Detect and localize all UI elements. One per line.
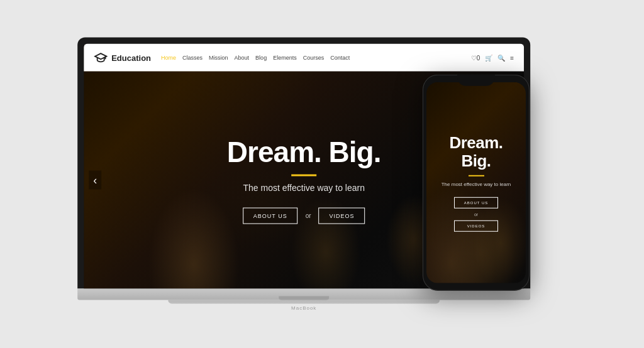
carousel-prev-arrow[interactable]: ‹ — [89, 171, 101, 190]
phone-about-us-button[interactable]: ABOUT US — [454, 197, 498, 208]
nav-link-home[interactable]: Home — [161, 55, 176, 61]
menu-icon[interactable]: ≡ — [510, 54, 514, 61]
logo-icon — [94, 51, 108, 65]
phone-frame: Dream. Big. The most effective way to le… — [423, 75, 530, 291]
hero-or-label: or — [306, 212, 311, 219]
scene: Education Home Classes Mission About Blo… — [0, 0, 644, 348]
phone-hero-divider — [469, 175, 484, 176]
phone-hero-buttons: ABOUT US or VIDEOS — [454, 197, 498, 231]
hero-subtitle: The most effective way to learn — [243, 182, 365, 192]
cart-icon[interactable]: 🛒 — [485, 54, 492, 61]
phone-videos-button[interactable]: VIDEOS — [454, 220, 498, 231]
videos-button[interactable]: VIDEOS — [319, 207, 365, 224]
hero-buttons: ABOUT US or VIDEOS — [243, 207, 365, 224]
nav-link-elements[interactable]: Elements — [273, 55, 297, 61]
nav-link-classes[interactable]: Classes — [182, 55, 203, 61]
phone-notch — [457, 75, 495, 86]
search-icon[interactable]: 🔍 — [497, 54, 505, 61]
heart-count-icon[interactable]: ♡0 — [471, 54, 480, 61]
phone-hero-or-label: or — [474, 212, 478, 216]
about-us-button[interactable]: ABOUT US — [243, 207, 298, 224]
nav-brand[interactable]: Education — [94, 51, 151, 65]
nav-link-mission[interactable]: Mission — [209, 55, 228, 61]
nav-links: Home Classes Mission About Blog Elements… — [161, 55, 471, 61]
brand-name: Education — [111, 53, 151, 62]
phone-screen: Dream. Big. The most effective way to le… — [426, 82, 526, 283]
laptop-stand — [168, 300, 440, 304]
laptop-brand-label: MacBook — [77, 305, 530, 311]
hero-divider — [291, 174, 316, 176]
hero-title: Dream. Big. — [227, 136, 381, 168]
phone-website-preview: Dream. Big. The most effective way to le… — [426, 82, 526, 283]
laptop-base-notch — [279, 296, 329, 300]
nav-link-courses[interactable]: Courses — [303, 55, 325, 61]
navbar: Education Home Classes Mission About Blo… — [84, 44, 524, 72]
phone-device: Dream. Big. The most effective way to le… — [423, 75, 530, 291]
nav-link-about[interactable]: About — [235, 55, 250, 61]
phone-hero-subtitle: The most effective way to learn — [441, 181, 511, 187]
nav-link-contact[interactable]: Contact — [330, 55, 350, 61]
nav-link-blog[interactable]: Blog — [255, 55, 267, 61]
phone-hero-content: Dream. Big. The most effective way to le… — [426, 82, 526, 283]
phone-hero-title: Dream. Big. — [436, 134, 516, 170]
nav-icons: ♡0 🛒 🔍 ≡ — [471, 54, 514, 61]
